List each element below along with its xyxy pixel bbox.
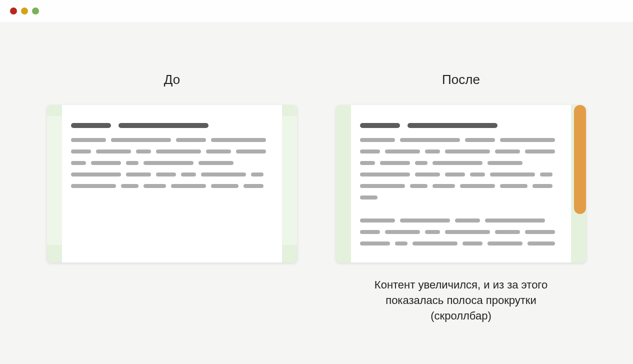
- minimize-icon[interactable]: [21, 8, 28, 14]
- after-heading: После: [442, 72, 480, 88]
- caption-line: Контент увеличился, и из за этого: [374, 278, 548, 293]
- caption-line: показалась полоса прокрутки: [374, 293, 548, 308]
- placeholder-text: [71, 138, 273, 188]
- scrollbar-icon[interactable]: [574, 105, 586, 214]
- after-column: После: [334, 72, 588, 364]
- before-column: До: [45, 72, 299, 364]
- before-heading: До: [164, 72, 180, 88]
- after-caption: Контент увеличился, и из за этого показа…: [374, 278, 548, 324]
- diagram-canvas: До После: [0, 22, 633, 364]
- placeholder-text: [360, 138, 562, 246]
- close-icon[interactable]: [10, 8, 17, 14]
- after-content: [351, 116, 571, 262]
- caption-line: (скроллбар): [374, 308, 548, 324]
- placeholder-heading: [71, 123, 273, 128]
- maximize-icon[interactable]: [32, 8, 39, 14]
- after-panel: [336, 105, 586, 262]
- before-content: [62, 116, 282, 245]
- placeholder-heading: [360, 123, 562, 128]
- window-titlebar: [0, 0, 633, 22]
- before-panel: [47, 105, 297, 262]
